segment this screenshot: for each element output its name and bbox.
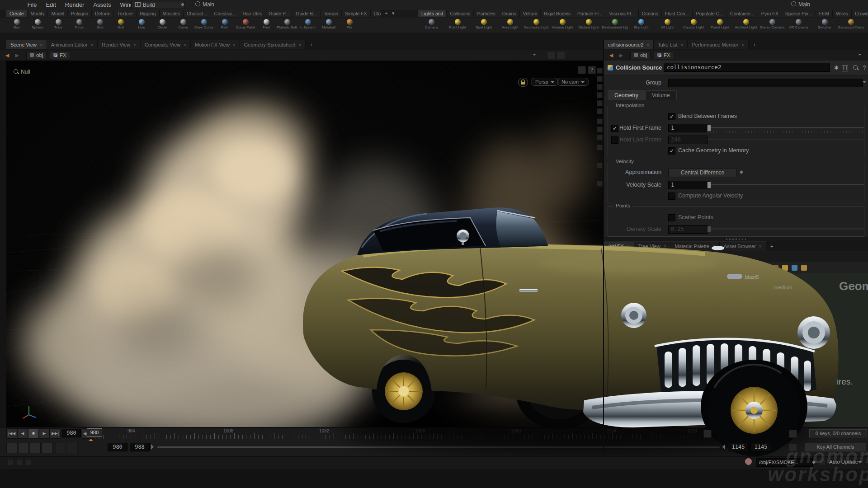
shelf-tab[interactable]: Polygon — [68, 10, 92, 17]
shelf-tool[interactable]: Line — [131, 18, 152, 33]
shelf-tab[interactable]: Rigging — [137, 10, 160, 17]
close-icon[interactable]: × — [664, 244, 666, 249]
shelf-tool[interactable]: Stereo Camera — [759, 18, 785, 33]
play-reverse-button[interactable]: ◀ — [17, 428, 28, 439]
shelf-tool[interactable]: Geometry Light — [523, 18, 549, 33]
shelf-tab[interactable]: Cloud FX — [371, 10, 381, 17]
viewport-tool-icon[interactable] — [9, 252, 16, 259]
display-option-icon[interactable] — [597, 127, 603, 132]
stop-button[interactable]: ■ — [28, 428, 39, 439]
node-name-field[interactable]: collisionsource2 — [664, 63, 830, 72]
shelf-tool[interactable]: Torus — [69, 18, 90, 33]
select-keys-icon[interactable] — [6, 443, 17, 453]
pane-tab[interactable]: /obj/FX× — [604, 241, 634, 251]
network-menu-item[interactable]: Help — [702, 262, 722, 273]
shelf-tab[interactable]: Particles — [474, 10, 499, 17]
viewport-tool-icon[interactable] — [9, 207, 16, 214]
back-icon[interactable]: ◀ — [4, 52, 11, 59]
pane-tab[interactable]: Animation Editor× — [47, 40, 98, 49]
desktop-spinner[interactable] — [181, 2, 185, 7]
shelf-tab[interactable]: FEM — [816, 10, 833, 17]
viewport-tool-icon[interactable] — [9, 115, 16, 122]
close-icon[interactable]: × — [298, 42, 301, 47]
shelf-tool[interactable]: Null — [110, 18, 131, 33]
shelf-tab[interactable]: Model — [48, 10, 68, 17]
current-frame-field[interactable]: 980 — [62, 429, 81, 437]
status-icon[interactable] — [7, 459, 14, 465]
audio-icon[interactable] — [18, 443, 29, 453]
hold-last-frame-input[interactable]: 240 — [668, 136, 708, 144]
pane-tab[interactable]: Render View× — [98, 40, 141, 49]
pane-maximize-icon[interactable] — [578, 66, 586, 74]
flipbook-icon[interactable] — [30, 443, 41, 453]
breadcrumb-node[interactable]: FX — [50, 51, 70, 59]
shelf-tool[interactable]: Gamepad Camera — [838, 18, 864, 33]
viewport-tool-icon[interactable] — [9, 339, 16, 346]
network-menu-item[interactable]: Tools — [657, 262, 678, 273]
shelf-tool[interactable]: Box — [6, 18, 27, 33]
viewport-tool-icon[interactable] — [9, 190, 16, 197]
viewport-tool-icon[interactable] — [9, 239, 16, 246]
close-icon[interactable]: × — [627, 244, 630, 249]
add-pane-tab-button[interactable]: + — [750, 42, 758, 48]
main-selector[interactable]: Main — [192, 1, 218, 8]
close-icon[interactable]: × — [233, 42, 236, 47]
shelf-tool[interactable]: Curve — [173, 18, 193, 33]
shelf-tab[interactable]: Guide P... — [265, 10, 292, 17]
shelf-tab[interactable]: Guide B... — [292, 10, 321, 17]
range-in-field[interactable]: 988 — [130, 443, 150, 451]
playhead-frame-box[interactable]: 980 — [87, 428, 102, 437]
search-keys-icon[interactable] — [703, 430, 712, 438]
shelf-tab[interactable]: Create — [6, 10, 28, 17]
checkbox-unchecked[interactable] — [668, 214, 675, 221]
display-option-icon[interactable] — [597, 68, 603, 74]
shelf-tab[interactable]: Rigid Bodies — [541, 10, 574, 17]
help-icon[interactable]: ? — [588, 66, 596, 74]
shelf-tool[interactable]: Metaball — [318, 18, 339, 33]
network-menu-item[interactable]: View — [637, 262, 657, 273]
shelf-tab[interactable]: Pyro FX — [758, 10, 782, 17]
pane-divider[interactable] — [603, 40, 604, 488]
viewport-tool-icon[interactable] — [9, 225, 16, 232]
add-pane-tab-button[interactable]: + — [308, 42, 315, 48]
group-input[interactable] — [668, 79, 863, 87]
pane-tab[interactable]: Scene View× — [6, 40, 47, 49]
shelf-tab[interactable]: Sparse Pyr... — [782, 10, 816, 17]
network-node-blast5[interactable]: blast5 — [727, 274, 759, 280]
menu-item[interactable]: Render — [61, 0, 89, 9]
shelf-tab[interactable]: Populate C... — [693, 10, 727, 17]
pin-icon[interactable] — [547, 51, 555, 59]
velocity-scale-slider[interactable] — [707, 184, 864, 185]
folder-tab[interactable]: Geometry — [608, 90, 645, 100]
network-toolbar-icon[interactable] — [754, 265, 760, 271]
range-left-handle[interactable] — [151, 444, 156, 450]
snapshot-icon[interactable] — [557, 51, 565, 59]
shelf-tool[interactable]: Platonic Solids — [277, 18, 297, 33]
display-option-icon[interactable] — [597, 118, 603, 124]
status-icon[interactable] — [16, 459, 23, 465]
checkbox-unchecked[interactable] — [611, 136, 618, 144]
hclip-icon[interactable]: H — [842, 65, 848, 71]
pane-tab[interactable]: collisionsource2× — [604, 40, 654, 49]
back-icon[interactable]: ◀ — [608, 253, 615, 260]
network-toolbar-icon[interactable] — [744, 265, 750, 271]
pane-tab[interactable]: Composite View× — [141, 40, 191, 49]
viewport-tool-icon[interactable] — [9, 129, 16, 136]
network-menu-item[interactable]: Edit — [604, 262, 622, 273]
scene-viewport[interactable] — [6, 61, 603, 427]
checkbox-unchecked[interactable] — [668, 192, 675, 200]
shelf-tool[interactable]: Portal Light — [707, 18, 733, 33]
breadcrumb-root[interactable]: obj — [630, 51, 651, 59]
breadcrumb-root[interactable]: obj — [630, 253, 651, 261]
shelf-tool[interactable]: Ambient Light — [733, 18, 759, 33]
pane-tab[interactable]: Take List× — [654, 40, 688, 49]
close-icon[interactable]: × — [741, 42, 744, 47]
shelf-tool[interactable]: File — [339, 18, 360, 33]
shelf-tab[interactable]: Simple FX — [342, 10, 370, 17]
viewport-tool-icon[interactable] — [9, 158, 16, 165]
shelf-tab[interactable]: Wires — [833, 10, 852, 17]
shelf-tool[interactable]: Spot Light — [471, 18, 497, 33]
close-icon[interactable]: × — [681, 42, 684, 47]
close-icon[interactable]: × — [90, 42, 93, 47]
pane-tab[interactable]: Performance Monitor× — [688, 40, 749, 49]
